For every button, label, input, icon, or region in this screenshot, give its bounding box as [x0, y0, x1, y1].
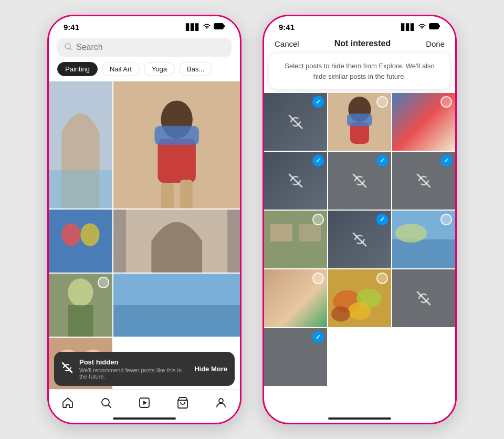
grid-cell-r2[interactable]: [328, 93, 391, 151]
search-bar[interactable]: [57, 38, 232, 57]
snackbar-title: Post hidden: [79, 358, 188, 366]
chip-nail-art[interactable]: Nail Art: [102, 62, 140, 76]
svg-rect-32: [429, 24, 439, 29]
chip-yoga[interactable]: Yoga: [144, 62, 175, 76]
cell-checkbox-r13[interactable]: [312, 331, 324, 343]
wifi-icon: [203, 23, 211, 31]
cell-checkbox-r8[interactable]: [376, 214, 388, 225]
home-bar-left: [113, 417, 176, 420]
grid-cell-r5[interactable]: [328, 152, 391, 210]
status-icons-right: ▋▋▋: [401, 23, 440, 31]
chip-bas[interactable]: Bas...: [179, 62, 212, 76]
cell-checkbox-r3[interactable]: [440, 96, 452, 108]
cell-checkbox-r9[interactable]: [440, 214, 452, 225]
svg-rect-0: [214, 24, 224, 29]
search-input[interactable]: [76, 43, 224, 52]
svg-point-53: [331, 307, 350, 322]
cell-checkbox-r2[interactable]: [376, 96, 388, 108]
home-bar-right: [328, 417, 391, 420]
cell-checkbox-r7[interactable]: [312, 214, 324, 225]
svg-rect-9: [154, 126, 198, 145]
grid-cell-r13[interactable]: [264, 328, 327, 386]
time-right: 9:41: [279, 23, 295, 32]
grid-cell-r1[interactable]: [264, 93, 327, 151]
grid-cell-2[interactable]: [113, 81, 240, 208]
svg-line-28: [109, 405, 111, 407]
grid-cell-1[interactable]: [49, 81, 112, 208]
hide-more-button[interactable]: Hide More: [194, 365, 227, 373]
grid-cell-r9[interactable]: [392, 211, 455, 268]
svg-line-3: [70, 48, 72, 50]
nav-home-icon[interactable]: [61, 396, 74, 412]
svg-rect-19: [68, 305, 93, 337]
grid-cell-5[interactable]: [49, 274, 112, 337]
svg-point-14: [80, 223, 99, 246]
svg-rect-11: [180, 180, 192, 208]
svg-rect-8: [158, 139, 195, 183]
cell-checkbox-5[interactable]: [98, 277, 109, 288]
grid-cell-r3[interactable]: [392, 93, 455, 151]
nav-profile-icon[interactable]: [215, 396, 227, 412]
time-left: 9:41: [64, 23, 79, 32]
nav-shop-icon[interactable]: [176, 396, 189, 412]
svg-point-48: [395, 224, 427, 243]
cell-checkbox-r4[interactable]: [312, 155, 324, 166]
tooltip: Select posts to hide them from Explore. …: [269, 54, 450, 89]
status-bar-right: 9:41 ▋▋▋: [264, 16, 455, 34]
grid-cell-r7[interactable]: [264, 211, 327, 268]
chip-painting[interactable]: Painting: [57, 62, 98, 76]
explore-grid-left: [49, 81, 240, 389]
right-phone: 9:41 ▋▋▋ Cancel Not interested Done Sele…: [262, 15, 457, 424]
svg-point-31: [219, 399, 223, 403]
tooltip-text: Select posts to hide them from Explore. …: [285, 62, 434, 80]
svg-rect-47: [392, 239, 455, 268]
signal-icon: ▋▋▋: [186, 24, 200, 31]
wifi-icon-r: [418, 23, 426, 31]
grid-cell-r12[interactable]: [392, 269, 455, 327]
svg-rect-21: [113, 305, 240, 337]
snackbar-hide-icon: [61, 362, 73, 376]
svg-rect-44: [299, 224, 321, 242]
cell-checkbox-r10[interactable]: [312, 273, 324, 284]
cell-checkbox-r1[interactable]: [312, 96, 324, 108]
category-chips: Painting Nail Art Yoga Bas...: [49, 57, 240, 81]
signal-icon-r: ▋▋▋: [401, 24, 415, 31]
grid-cell-r11[interactable]: [328, 269, 391, 327]
svg-rect-5: [49, 170, 112, 208]
svg-rect-38: [347, 113, 372, 126]
cell-checkbox-r5[interactable]: [376, 155, 388, 166]
svg-rect-10: [161, 183, 173, 208]
snackbar: Post hidden We'll recommend fewer posts …: [54, 352, 235, 386]
svg-point-52: [348, 302, 371, 320]
svg-rect-1: [224, 25, 225, 27]
svg-rect-12: [49, 210, 112, 273]
left-phone: 9:41 ▋▋▋ Painting Nail Art Yoga Bas...: [47, 15, 242, 424]
grid-cell-r8[interactable]: [328, 211, 391, 268]
battery-icon-r: [429, 23, 440, 31]
status-icons-left: ▋▋▋: [186, 23, 225, 31]
grid-cell-3[interactable]: [49, 210, 112, 273]
top-bar-right: Cancel Not interested Done: [264, 34, 455, 54]
battery-icon: [214, 23, 225, 31]
done-button[interactable]: Done: [426, 39, 445, 48]
grid-cell-4[interactable]: [113, 210, 240, 273]
cell-checkbox-r11[interactable]: [376, 273, 388, 284]
svg-point-18: [68, 278, 93, 306]
grid-cell-6[interactable]: [113, 274, 240, 337]
svg-rect-43: [270, 224, 292, 242]
grid-cell-r10[interactable]: [264, 269, 327, 327]
snackbar-subtitle: We'll recommend fewer posts like this in…: [79, 367, 188, 380]
cell-checkbox-r6[interactable]: [440, 155, 452, 166]
svg-marker-30: [143, 401, 147, 405]
grid-cell-r4[interactable]: [264, 152, 327, 210]
snackbar-text: Post hidden We'll recommend fewer posts …: [79, 358, 188, 380]
svg-rect-33: [439, 25, 440, 27]
nav-search-icon[interactable]: [100, 396, 112, 412]
not-interested-title: Not interested: [334, 39, 391, 48]
grid-cell-r6[interactable]: [392, 152, 455, 210]
explore-grid-right: [264, 93, 455, 423]
status-bar-left: 9:41 ▋▋▋: [49, 16, 240, 34]
nav-reels-icon[interactable]: [138, 396, 151, 412]
cancel-button[interactable]: Cancel: [275, 39, 299, 48]
svg-point-13: [61, 223, 80, 246]
